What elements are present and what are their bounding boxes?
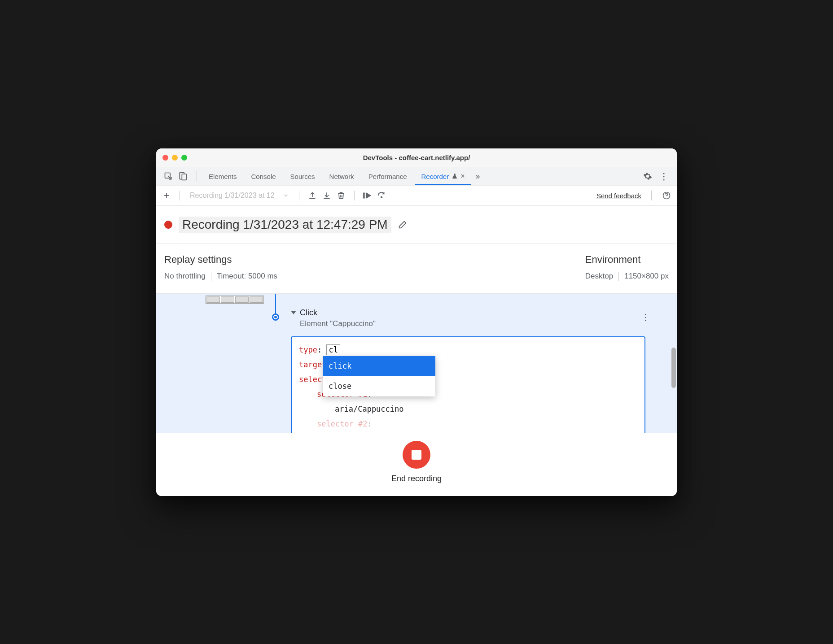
- divider: [354, 191, 355, 200]
- throttling-value[interactable]: No throttling: [164, 272, 206, 281]
- timeout-value[interactable]: Timeout: 5000 ms: [217, 272, 277, 281]
- kebab-menu-icon[interactable]: ⋮: [659, 171, 669, 181]
- titlebar: DevTools - coffee-cart.netlify.app/: [156, 148, 677, 167]
- close-window-button[interactable]: [162, 155, 168, 161]
- tab-elements[interactable]: Elements: [202, 168, 243, 185]
- chevron-down-icon[interactable]: [281, 191, 291, 200]
- autocomplete-item-click[interactable]: click: [323, 356, 435, 376]
- scrollbar[interactable]: [671, 348, 676, 388]
- tab-console[interactable]: Console: [245, 168, 282, 185]
- devtools-window: DevTools - coffee-cart.netlify.app/ Elem…: [156, 148, 677, 496]
- device-toolbar-icon[interactable]: [178, 171, 188, 181]
- recording-title[interactable]: Recording 1/31/2023 at 12:47:29 PM: [179, 217, 391, 233]
- end-recording-label: End recording: [391, 474, 442, 483]
- device-value[interactable]: Desktop: [585, 272, 613, 281]
- timeline-connector: [275, 294, 276, 316]
- add-recording-icon[interactable]: +: [162, 191, 171, 200]
- record-indicator-icon: [164, 221, 172, 229]
- recorder-toolbar: + Recording 1/31/2023 at 12 Send feedbac…: [156, 186, 677, 206]
- code-prop-selectors: select: [299, 375, 326, 384]
- replay-icon[interactable]: [377, 191, 387, 200]
- code-selector-2-label: selector #2: [317, 419, 368, 428]
- recorder-footer: End recording: [156, 433, 677, 496]
- replay-settings: Replay settings No throttling Timeout: 5…: [164, 254, 585, 281]
- dimensions-value[interactable]: 1150×800 px: [624, 272, 669, 281]
- code-selector-1-value[interactable]: aria/Cappuccino: [299, 402, 637, 417]
- send-feedback-link[interactable]: Send feedback: [596, 192, 641, 200]
- step-over-icon[interactable]: [363, 191, 373, 200]
- tab-network[interactable]: Network: [323, 168, 360, 185]
- divider: [618, 272, 619, 281]
- tabs-bar: Elements Console Sources Network Perform…: [156, 167, 677, 186]
- import-icon[interactable]: [322, 191, 332, 200]
- autocomplete-item-close[interactable]: close: [323, 376, 435, 396]
- recording-crumb[interactable]: Recording 1/31/2023 at 12: [188, 191, 276, 200]
- divider: [197, 171, 197, 181]
- autocomplete-popup: click close: [323, 356, 435, 396]
- step-header[interactable]: Click: [291, 308, 654, 318]
- code-prop-target: target: [299, 360, 326, 369]
- divider: [211, 272, 211, 281]
- edit-title-icon[interactable]: [398, 220, 408, 230]
- replay-settings-heading: Replay settings: [164, 254, 585, 265]
- step-title: Click: [300, 308, 317, 318]
- export-icon[interactable]: [307, 191, 317, 200]
- environment-heading: Environment: [585, 254, 641, 265]
- close-tab-icon[interactable]: ×: [460, 172, 465, 180]
- caret-down-icon: [291, 311, 296, 314]
- end-recording-button[interactable]: [403, 441, 430, 469]
- flask-icon: [452, 173, 458, 179]
- step-code-editor[interactable]: type: cl target select selector #1: aria…: [291, 336, 645, 433]
- settings-row: Replay settings No throttling Timeout: 5…: [156, 244, 677, 294]
- environment-settings: Environment Desktop 1150×800 px: [585, 254, 669, 281]
- divider: [299, 191, 299, 200]
- minimize-window-button[interactable]: [172, 155, 178, 161]
- divider: [180, 191, 180, 200]
- more-tabs-icon[interactable]: »: [473, 171, 483, 181]
- svg-rect-2: [182, 174, 186, 180]
- svg-rect-3: [363, 193, 364, 198]
- settings-icon[interactable]: [643, 171, 653, 181]
- step-content: Click Element "Cappuccino" type: cl targ…: [291, 308, 654, 433]
- recording-header: Recording 1/31/2023 at 12:47:29 PM: [156, 206, 677, 244]
- code-prop-type: type: [299, 345, 317, 354]
- step-marker[interactable]: [272, 313, 279, 321]
- delete-icon[interactable]: [336, 191, 346, 200]
- divider: [651, 191, 652, 200]
- stop-icon: [412, 450, 421, 460]
- help-icon[interactable]: [662, 191, 671, 200]
- inspect-element-icon[interactable]: [163, 171, 173, 181]
- tab-performance[interactable]: Performance: [362, 168, 413, 185]
- traffic-lights: [162, 155, 187, 161]
- tab-sources[interactable]: Sources: [284, 168, 321, 185]
- tab-recorder[interactable]: Recorder ×: [415, 167, 471, 185]
- maximize-window-button[interactable]: [181, 155, 187, 161]
- step-subtitle: Element "Cappuccino": [300, 319, 654, 328]
- timeline-area: ⋮ Click Element "Cappuccino" type: cl ta…: [156, 294, 677, 433]
- svg-point-4: [381, 196, 382, 198]
- tab-recorder-label: Recorder: [421, 173, 449, 180]
- type-input[interactable]: cl: [326, 344, 340, 355]
- screenshot-strip[interactable]: [206, 296, 264, 304]
- window-title: DevTools - coffee-cart.netlify.app/: [363, 154, 470, 161]
